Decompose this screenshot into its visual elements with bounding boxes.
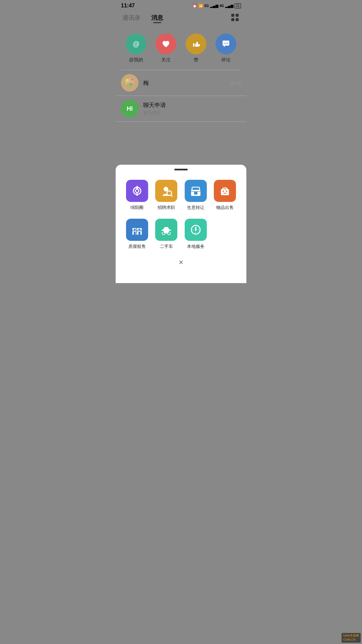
- status-bar: 11:47 ⏰ 📶 5G ▂▄▆ 4G ▂▄▆ 21: [116, 0, 246, 10]
- msg-type-at[interactable]: @ @我的: [126, 34, 146, 63]
- svg-rect-2: [231, 18, 234, 21]
- message-types-row: @ @我的 + 关注 赞: [116, 28, 246, 70]
- svg-text:+: +: [167, 40, 169, 44]
- svg-point-6: [224, 43, 225, 44]
- tab-messages[interactable]: 消息: [151, 14, 163, 23]
- sheet-handle: [174, 169, 188, 170]
- wifi-icon: 📶: [198, 4, 203, 8]
- grid-menu-icon[interactable]: [230, 13, 240, 24]
- svg-rect-1: [236, 14, 239, 17]
- at-circle: @: [126, 34, 146, 54]
- svg-point-21: [164, 187, 168, 192]
- app-icon-job: [155, 180, 177, 202]
- comment-label: 评论: [221, 57, 231, 63]
- app-goods[interactable]: 物品出售: [212, 180, 239, 211]
- chat-info-mei: 梅: [143, 79, 225, 87]
- chat-time-mei: 08:33: [230, 80, 241, 86]
- svg-point-12: [127, 83, 133, 87]
- svg-rect-45: [169, 231, 171, 232]
- app-service[interactable]: 本地服务: [182, 219, 209, 250]
- comment-circle: [216, 34, 236, 54]
- chat-name-mei: 梅: [143, 79, 225, 87]
- svg-rect-37: [134, 232, 136, 235]
- tab-contacts[interactable]: 通讯录: [122, 14, 140, 23]
- svg-rect-27: [194, 192, 197, 195]
- app-grid-row2: 房屋租售 二手车: [116, 219, 246, 255]
- signal-bars: ▂▄▆: [210, 4, 218, 8]
- at-label: @我的: [129, 57, 143, 63]
- svg-point-30: [223, 191, 224, 192]
- battery-icon: 21: [235, 3, 241, 8]
- svg-point-42: [162, 232, 165, 235]
- app-label-business: 生意转让: [187, 205, 204, 211]
- svg-rect-0: [231, 14, 234, 17]
- svg-text:@: @: [133, 40, 139, 48]
- bottom-sheet: 绵阳圈 招聘求职: [116, 165, 246, 283]
- chat-item-mei[interactable]: 梅 08:33: [116, 70, 246, 96]
- app-icon-business: [185, 180, 207, 202]
- svg-rect-3: [236, 18, 239, 21]
- signal-5g: 5G: [204, 4, 209, 8]
- follow-label: 关注: [161, 57, 171, 63]
- avatar-chat-request: HI: [121, 100, 138, 117]
- app-label-house: 房屋租售: [128, 244, 146, 250]
- svg-point-17: [135, 189, 139, 193]
- status-icons: ⏰ 📶 5G ▂▄▆ 4G ▂▄▆ 21: [192, 3, 241, 8]
- msg-type-follow[interactable]: + 关注: [156, 34, 176, 63]
- like-circle: [186, 34, 206, 54]
- app-label-job: 招聘求职: [158, 205, 175, 211]
- svg-point-14: [131, 78, 133, 80]
- app-job[interactable]: 招聘求职: [153, 180, 180, 211]
- chat-name-request: 聊天申请: [143, 101, 241, 109]
- like-label: 赞: [194, 57, 198, 63]
- nav-tabs: 通讯录 消息: [122, 14, 163, 23]
- app-icon-mianyang: [126, 180, 148, 202]
- svg-rect-40: [138, 229, 140, 230]
- msg-type-comment[interactable]: 评论: [216, 34, 236, 63]
- app-icon-house: [126, 219, 148, 241]
- alarm-icon: ⏰: [192, 4, 197, 8]
- svg-point-20: [136, 187, 138, 189]
- chat-list: 梅 08:33 HI 聊天申请 暂无消息: [116, 70, 246, 122]
- app-business[interactable]: 生意转让: [182, 180, 209, 211]
- svg-line-23: [171, 195, 172, 196]
- app-icon-service: [185, 219, 207, 241]
- avatar-mei: [121, 74, 138, 92]
- svg-point-13: [126, 79, 128, 82]
- svg-point-43: [168, 232, 170, 235]
- app-label-car: 二手车: [160, 244, 173, 250]
- chat-info-request: 聊天申请 暂无消息: [143, 101, 241, 116]
- signal-bars2: ▂▄▆: [225, 4, 233, 8]
- svg-rect-44: [162, 231, 164, 232]
- svg-point-8: [227, 43, 228, 44]
- svg-rect-39: [134, 229, 136, 230]
- empty-slot: [212, 219, 239, 250]
- close-button-area[interactable]: ×: [116, 258, 246, 270]
- status-time: 11:47: [121, 3, 135, 9]
- app-icon-car: [155, 219, 177, 241]
- svg-rect-38: [138, 232, 140, 235]
- app-house[interactable]: 房屋租售: [124, 219, 150, 250]
- app-mianyang-circle[interactable]: 绵阳圈: [124, 180, 150, 211]
- svg-point-51: [195, 227, 196, 229]
- chat-item-request[interactable]: HI 聊天申请 暂无消息: [116, 96, 246, 122]
- svg-rect-29: [221, 189, 229, 195]
- signal-4g: 4G: [220, 4, 224, 8]
- svg-point-7: [226, 43, 227, 44]
- app-car[interactable]: 二手车: [153, 219, 180, 250]
- svg-point-15: [130, 83, 132, 85]
- app-icon-goods: [214, 180, 236, 202]
- app-label-goods: 物品出售: [216, 205, 234, 211]
- chat-preview-request: 暂无消息: [143, 110, 241, 116]
- app-label-service: 本地服务: [187, 244, 204, 250]
- follow-circle: +: [156, 34, 176, 54]
- app-grid-row1: 绵阳圈 招聘求职: [116, 180, 246, 219]
- close-icon[interactable]: ×: [179, 258, 183, 267]
- top-nav: 通讯录 消息: [116, 10, 246, 28]
- svg-point-31: [226, 191, 227, 192]
- app-label-mianyang: 绵阳圈: [130, 205, 143, 211]
- msg-type-like[interactable]: 赞: [186, 34, 206, 63]
